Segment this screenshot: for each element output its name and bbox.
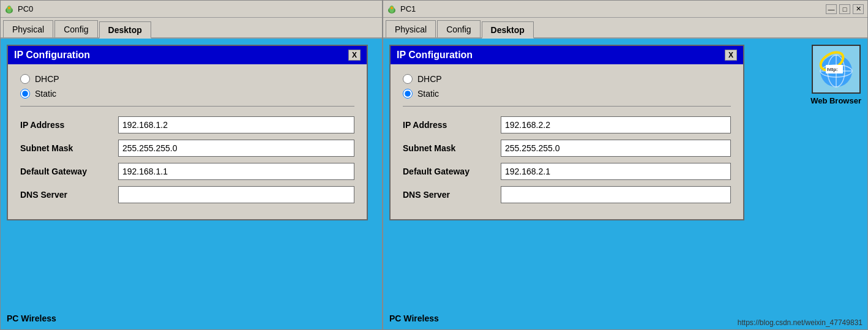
pc1-subnet-mask-label: Subnet Mask xyxy=(403,143,501,153)
pc0-static-label: Static xyxy=(35,89,56,99)
pc1-titlebar: PC1 — □ ✕ xyxy=(383,1,867,18)
svg-point-5 xyxy=(391,7,393,9)
pc0-ip-close-button[interactable]: X xyxy=(348,50,361,61)
pc0-ip-config-body: DHCP Static IP Address Subnet Mask xyxy=(8,64,367,219)
pc1-gateway-input[interactable] xyxy=(501,163,731,180)
web-browser-label: Web Browser xyxy=(810,96,861,105)
pc0-dhcp-label: DHCP xyxy=(35,74,59,84)
pc1-ip-close-button[interactable]: X xyxy=(725,50,737,61)
pc0-static-radio[interactable] xyxy=(20,89,30,99)
pc1-subnet-mask-input[interactable] xyxy=(501,140,731,157)
pc0-dns-row: DNS Server xyxy=(20,186,354,203)
pc0-ip-config-titlebar: IP Configuration X xyxy=(8,46,367,64)
pc1-divider xyxy=(403,106,731,107)
pc0-subnet-mask-input[interactable] xyxy=(118,140,354,157)
web-browser-svg: http: xyxy=(815,48,858,91)
pc1-pc-wireless-label: PC Wireless xyxy=(389,313,439,323)
pc0-dns-label: DNS Server xyxy=(20,190,118,200)
pc0-desktop: IP Configuration X DHCP Static xyxy=(1,39,382,329)
pc1-dhcp-label: DHCP xyxy=(417,74,442,84)
pc1-ip-config-dialog: IP Configuration X DHCP Static xyxy=(389,45,744,220)
pc0-dns-input[interactable] xyxy=(118,186,354,203)
pc1-subnet-mask-row: Subnet Mask xyxy=(403,140,731,157)
pc0-tab-bar: Physical Config Desktop xyxy=(1,18,382,39)
pc0-ip-config-dialog: IP Configuration X DHCP Static xyxy=(7,45,368,220)
pc0-ip-config-title: IP Configuration xyxy=(14,50,90,61)
pc0-divider xyxy=(20,106,354,107)
pc1-close-button[interactable]: ✕ xyxy=(853,4,864,14)
pc0-ip-address-input[interactable] xyxy=(118,116,354,133)
pc0-radio-group: DHCP Static xyxy=(20,74,354,99)
svg-text:http:: http: xyxy=(827,67,838,72)
pc1-gateway-row: Default Gateway xyxy=(403,163,731,180)
pc0-window: PC0 Physical Config Desktop IP Configura… xyxy=(0,0,383,330)
pc1-tab-desktop[interactable]: Desktop xyxy=(482,21,534,39)
pc1-title: PC1 xyxy=(400,4,416,13)
pc1-dhcp-radio[interactable] xyxy=(403,74,413,84)
pc1-ip-config-title: IP Configuration xyxy=(397,50,473,61)
pc0-dhcp-option[interactable]: DHCP xyxy=(20,74,354,84)
pc0-subnet-mask-row: Subnet Mask xyxy=(20,140,354,157)
cisco-icon-pc1 xyxy=(387,4,397,14)
pc1-ip-config-body: DHCP Static IP Address Subnet Mask xyxy=(391,64,743,219)
pc1-gateway-label: Default Gateway xyxy=(403,167,501,176)
pc0-pc-wireless-area: PC Wireless xyxy=(7,313,56,323)
pc1-title-controls: — □ ✕ xyxy=(826,4,864,14)
pc0-tab-desktop[interactable]: Desktop xyxy=(99,21,151,39)
pc0-ip-address-row: IP Address xyxy=(20,116,354,133)
svg-point-2 xyxy=(8,7,10,9)
pc0-title: PC0 xyxy=(18,4,33,13)
web-browser-image: http: xyxy=(812,45,861,94)
pc0-gateway-input[interactable] xyxy=(118,163,354,180)
pc1-ip-address-row: IP Address xyxy=(403,116,731,133)
pc0-ip-address-label: IP Address xyxy=(20,120,118,130)
pc1-tab-physical[interactable]: Physical xyxy=(386,20,436,37)
pc1-static-radio[interactable] xyxy=(403,89,413,99)
pc1-static-label: Static xyxy=(417,89,439,99)
pc1-dhcp-option[interactable]: DHCP xyxy=(403,74,731,84)
pc0-titlebar: PC0 xyxy=(1,1,382,18)
pc1-maximize-button[interactable]: □ xyxy=(839,4,850,14)
pc0-tab-physical[interactable]: Physical xyxy=(3,20,53,37)
pc1-desktop: IP Configuration X DHCP Static xyxy=(383,39,867,329)
pc1-titlebar-left: PC1 xyxy=(387,4,416,14)
pc1-window: PC1 — □ ✕ Physical Config Desktop IP Con… xyxy=(383,0,868,330)
cisco-icon-pc0 xyxy=(4,4,14,14)
pc0-gateway-row: Default Gateway xyxy=(20,163,354,180)
pc0-subnet-mask-label: Subnet Mask xyxy=(20,143,118,153)
pc1-dns-row: DNS Server xyxy=(403,186,731,203)
pc1-ip-address-label: IP Address xyxy=(403,120,501,130)
pc1-dns-label: DNS Server xyxy=(403,190,501,200)
pc1-ip-address-input[interactable] xyxy=(501,116,731,133)
pc1-radio-group: DHCP Static xyxy=(403,74,731,99)
pc1-tab-bar: Physical Config Desktop xyxy=(383,18,867,39)
pc1-dns-input[interactable] xyxy=(501,186,731,203)
pc1-ip-config-titlebar: IP Configuration X xyxy=(391,46,743,64)
pc0-static-option[interactable]: Static xyxy=(20,89,354,99)
pc0-tab-config[interactable]: Config xyxy=(54,20,97,37)
pc0-pc-wireless-label: PC Wireless xyxy=(7,313,56,323)
pc0-titlebar-left: PC0 xyxy=(4,4,33,14)
pc1-tab-config[interactable]: Config xyxy=(437,20,480,37)
pc1-pc-wireless-area: PC Wireless xyxy=(389,313,439,323)
pc1-minimize-button[interactable]: — xyxy=(826,4,837,14)
pc0-gateway-label: Default Gateway xyxy=(20,167,118,176)
footer-url: https://blog.csdn.net/weixin_47749831 xyxy=(738,318,862,327)
pc0-dhcp-radio[interactable] xyxy=(20,74,30,84)
pc1-static-option[interactable]: Static xyxy=(403,89,731,99)
web-browser-icon[interactable]: http: Web Browser xyxy=(810,45,861,105)
